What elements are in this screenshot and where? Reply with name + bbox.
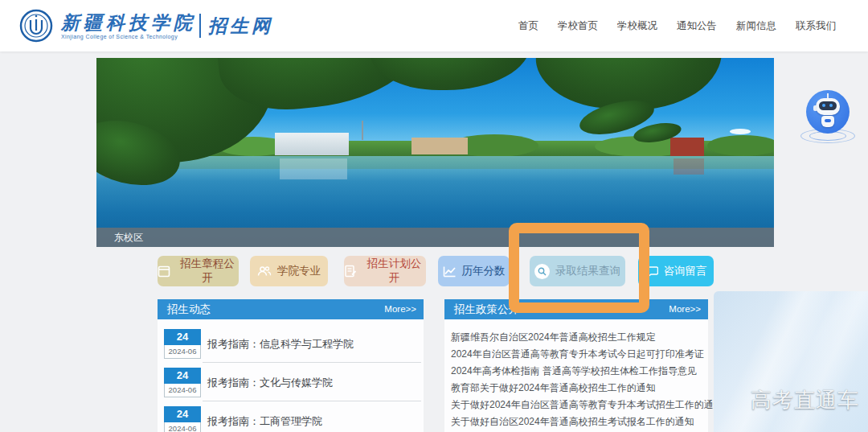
nav-item-notices[interactable]: 通知公告	[677, 19, 717, 33]
panel-news-header: 招生动态 More>>	[158, 299, 424, 319]
people-icon	[257, 265, 272, 278]
logo-names: 新疆科技学院 Xinjiang College of Science & Tec…	[61, 12, 196, 39]
quick-link-label: 招生计划公开	[362, 257, 426, 286]
nav-item-home[interactable]: 首页	[518, 19, 538, 33]
nav-item-school-home[interactable]: 学校首页	[558, 19, 598, 33]
banner-art-cloud	[730, 129, 751, 134]
nav-item-news[interactable]: 新闻信息	[736, 19, 776, 33]
robot-eye	[829, 104, 833, 107]
calendar-icon	[158, 265, 170, 278]
banner-caption: 东校区	[114, 228, 143, 247]
school-name-en: Xinjiang College of Science & Technology	[61, 34, 196, 39]
news-list-item[interactable]: 24 2024-06 报考指南：信息科学与工程学院	[158, 328, 424, 367]
policy-list-item[interactable]: 新疆维吾尔自治区2024年普通高校招生工作规定	[451, 329, 708, 346]
site-name: 招生网	[208, 14, 273, 39]
chat-icon	[645, 265, 658, 278]
date-month: 2024-06	[164, 422, 201, 432]
banner-art-reflection	[280, 158, 347, 179]
nav-item-contact[interactable]: 联系我们	[796, 19, 836, 33]
more-link[interactable]: More>>	[669, 299, 701, 319]
chat-robot-button[interactable]	[802, 88, 854, 148]
news-title: 报考指南：工商管理学院	[207, 414, 322, 429]
site-logo[interactable]: 新疆科技学院 Xinjiang College of Science & Tec…	[19, 7, 273, 44]
school-name-cn: 新疆科技学院	[61, 12, 196, 33]
robot-headset	[813, 105, 817, 111]
date-day: 24	[164, 406, 201, 422]
banner-art-building-white	[275, 133, 349, 155]
date-day: 24	[164, 368, 201, 384]
robot-eye	[822, 104, 825, 107]
date-month: 2024-06	[164, 384, 201, 397]
banner-caption-bar: 东校区	[96, 228, 774, 247]
robot-belt	[825, 119, 831, 122]
quick-link-consult-message[interactable]: 咨询留言	[638, 256, 714, 286]
quick-link-label: 历年分数	[462, 264, 506, 278]
quick-link-historical-scores[interactable]: 历年分数	[438, 256, 510, 286]
more-link[interactable]: More>>	[384, 299, 416, 319]
news-list-item[interactable]: 24 2024-06 报考指南：工商管理学院	[158, 405, 424, 432]
policy-list-item[interactable]: 2024年自治区普通高等教育专升本考试今日起可打印准考证	[451, 346, 708, 363]
quick-link-result-query[interactable]: 录取结果查询	[530, 256, 625, 286]
school-emblem-icon	[19, 9, 53, 43]
nav-item-school-overview[interactable]: 学校概况	[617, 19, 657, 33]
quick-link-admission-charter[interactable]: 招生章程公开	[158, 256, 239, 286]
banner-art-building-red2	[670, 138, 704, 156]
chart-icon	[443, 265, 457, 278]
panel-title: 招生政策公开	[454, 299, 519, 319]
panel-title: 招生动态	[167, 299, 211, 319]
search-icon	[534, 264, 550, 279]
panel-policy-header: 招生政策公开 More>>	[444, 299, 708, 319]
date-month: 2024-06	[164, 345, 201, 359]
banner-art-building-tan	[411, 138, 468, 154]
date-badge: 24 2024-06	[164, 368, 201, 397]
page: 新疆科技学院 Xinjiang College of Science & Tec…	[0, 0, 868, 432]
banner-art-antenna	[362, 121, 363, 140]
quick-link-admission-plan[interactable]: 招生计划公开	[344, 256, 426, 286]
corner-overlay: 高考直通车	[714, 291, 868, 432]
panel-admission-news: 招生动态 More>> 24 2024-06 报考指南：信息科学与工程学院 24…	[158, 299, 424, 432]
news-list-item[interactable]: 24 2024-06 报考指南：文化与传媒学院	[158, 367, 424, 405]
news-title: 报考指南：信息科学与工程学院	[207, 337, 354, 352]
watermark: 高考直通车	[751, 386, 859, 414]
date-badge: 24 2024-06	[164, 329, 201, 359]
logo-divider	[199, 14, 201, 38]
banner-art-reflection	[674, 158, 704, 175]
date-day: 24	[164, 329, 201, 345]
panel-news-body: 24 2024-06 报考指南：信息科学与工程学院 24 2024-06 报考指…	[158, 319, 424, 432]
panel-policy-body: 新疆维吾尔自治区2024年普通高校招生工作规定 2024年自治区普通高等教育专升…	[444, 319, 708, 432]
top-nav: 首页 学校首页 学校概况 通知公告 新闻信息 联系我们	[518, 0, 836, 51]
site-header: 新疆科技学院 Xinjiang College of Science & Tec…	[0, 0, 868, 51]
policy-list-item[interactable]: 关于做好自治区2024年普通高校招生考试报名工作的通知	[451, 413, 708, 430]
quick-link-label: 招生章程公开	[176, 257, 239, 286]
news-title: 报考指南：文化与传媒学院	[207, 376, 333, 390]
quick-link-label: 咨询留言	[664, 264, 707, 278]
divider	[203, 362, 421, 363]
banner-art-trees	[707, 135, 774, 156]
date-badge: 24 2024-06	[164, 406, 201, 432]
policy-list-item[interactable]: 教育部关于做好2024年普通高校招生工作的通知	[451, 380, 708, 397]
banner-carousel[interactable]: 东校区	[96, 58, 774, 247]
policy-list-item[interactable]: 关于做好2024年自治区普通高等教育专升本考试招生工作的通知	[451, 397, 708, 413]
document-edit-icon	[344, 265, 357, 278]
quick-link-colleges-majors[interactable]: 学院专业	[250, 256, 328, 286]
policy-list-item[interactable]: 2024年高考体检指南 普通高等学校招生体检工作指导意见	[451, 363, 708, 380]
quick-link-label: 学院专业	[277, 264, 321, 278]
divider	[203, 401, 421, 401]
panel-admission-policy: 招生政策公开 More>> 新疆维吾尔自治区2024年普通高校招生工作规定 20…	[444, 299, 708, 432]
quick-link-label: 录取结果查询	[555, 264, 620, 278]
